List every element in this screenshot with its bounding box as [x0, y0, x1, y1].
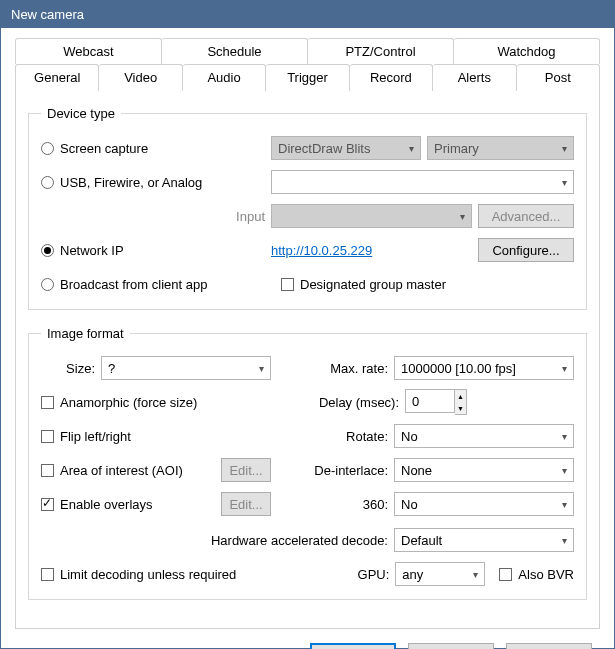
deinterlace-select[interactable]: None▾ — [394, 458, 574, 482]
spin-up-icon[interactable]: ▲ — [455, 390, 466, 402]
360-select[interactable]: No▾ — [394, 492, 574, 516]
chevron-down-icon: ▾ — [562, 431, 567, 442]
max-rate-select[interactable]: 1000000 [10.00 fps]▾ — [394, 356, 574, 380]
chevron-down-icon: ▾ — [562, 535, 567, 546]
usb-device-select[interactable]: ▾ — [271, 170, 574, 194]
tab-general[interactable]: General — [15, 64, 99, 91]
also-bvr-checkbox[interactable]: Also BVR — [499, 567, 574, 582]
radio-screen-capture[interactable]: Screen capture — [41, 141, 271, 156]
checkbox-icon — [41, 396, 54, 409]
device-type-legend: Device type — [41, 106, 121, 121]
hw-decode-select[interactable]: Default▾ — [394, 528, 574, 552]
network-ip-link[interactable]: http://10.0.25.229 — [271, 243, 372, 258]
content-area: Webcast Schedule PTZ/Control Watchdog Ge… — [1, 28, 614, 629]
delay-spinner[interactable]: 0 ▲▼ — [405, 389, 467, 415]
tab-webcast[interactable]: Webcast — [15, 38, 162, 64]
checkbox-icon — [281, 278, 294, 291]
tab-watchdog[interactable]: Watchdog — [454, 38, 600, 64]
overlays-edit-button[interactable]: Edit... — [221, 492, 271, 516]
radio-icon — [41, 278, 54, 291]
titlebar: New camera — [1, 1, 614, 28]
cancel-button[interactable]: Cancel — [408, 643, 494, 649]
screen-capture-monitor-select[interactable]: Primary▾ — [427, 136, 574, 160]
gpu-label: GPU: — [301, 567, 395, 582]
flip-checkbox[interactable]: Flip left/right — [41, 429, 271, 444]
checkbox-icon — [499, 568, 512, 581]
image-format-legend: Image format — [41, 326, 130, 341]
size-label: Size: — [41, 361, 101, 376]
tab-record[interactable]: Record — [350, 64, 433, 91]
dialog-footer: OK Cancel Help — [1, 629, 614, 649]
tab-audio[interactable]: Audio — [183, 64, 266, 91]
radio-icon — [41, 244, 54, 257]
tab-strip: Webcast Schedule PTZ/Control Watchdog Ge… — [15, 38, 600, 91]
rotate-label: Rotate: — [271, 429, 394, 444]
chevron-down-icon: ▾ — [409, 143, 414, 154]
gpu-select[interactable]: any▾ — [395, 562, 485, 586]
chevron-down-icon: ▾ — [562, 465, 567, 476]
radio-broadcast[interactable]: Broadcast from client app — [41, 277, 281, 292]
radio-network-ip[interactable]: Network IP — [41, 243, 271, 258]
tab-video[interactable]: Video — [99, 64, 182, 91]
configure-button[interactable]: Configure... — [478, 238, 574, 262]
overlays-checkbox[interactable]: Enable overlays — [41, 497, 221, 512]
dialog-window: New camera Webcast Schedule PTZ/Control … — [0, 0, 615, 649]
help-button[interactable]: Help — [506, 643, 592, 649]
radio-usb[interactable]: USB, Firewire, or Analog — [41, 175, 271, 190]
size-select[interactable]: ?▾ — [101, 356, 271, 380]
radio-icon — [41, 176, 54, 189]
360-label: 360: — [271, 497, 394, 512]
tabs-row-top: Webcast Schedule PTZ/Control Watchdog — [15, 38, 600, 64]
input-select[interactable]: ▾ — [271, 204, 472, 228]
chevron-down-icon: ▾ — [259, 363, 264, 374]
window-title: New camera — [11, 7, 84, 22]
screen-capture-method-select[interactable]: DirectDraw Blits▾ — [271, 136, 421, 160]
rotate-select[interactable]: No▾ — [394, 424, 574, 448]
chevron-down-icon: ▾ — [473, 569, 478, 580]
image-format-group: Image format Size: ?▾ Max. rate: 1000000… — [28, 326, 587, 600]
tabs-row-bottom: General Video Audio Trigger Record Alert… — [15, 64, 600, 91]
tab-schedule[interactable]: Schedule — [162, 38, 308, 64]
max-rate-label: Max. rate: — [271, 361, 394, 376]
tab-ptz-control[interactable]: PTZ/Control — [308, 38, 454, 64]
chevron-down-icon: ▾ — [460, 211, 465, 222]
tab-alerts[interactable]: Alerts — [433, 64, 516, 91]
checkbox-icon — [41, 464, 54, 477]
tab-post[interactable]: Post — [517, 64, 600, 91]
input-label: Input — [41, 209, 271, 224]
designated-master-checkbox[interactable]: Designated group master — [281, 277, 446, 292]
hw-decode-label: Hardware accelerated decode: — [41, 533, 394, 548]
chevron-down-icon: ▾ — [562, 143, 567, 154]
chevron-down-icon: ▾ — [562, 177, 567, 188]
radio-icon — [41, 142, 54, 155]
limit-decoding-checkbox[interactable]: Limit decoding unless required — [41, 567, 301, 582]
deinterlace-label: De-interlace: — [271, 463, 394, 478]
advanced-button[interactable]: Advanced... — [478, 204, 574, 228]
tab-body-video: Device type Screen capture DirectDraw Bl… — [15, 90, 600, 629]
checkbox-icon — [41, 430, 54, 443]
chevron-down-icon: ▾ — [562, 499, 567, 510]
chevron-down-icon: ▾ — [562, 363, 567, 374]
aoi-edit-button[interactable]: Edit... — [221, 458, 271, 482]
checkbox-icon — [41, 568, 54, 581]
checkbox-icon — [41, 498, 54, 511]
aoi-checkbox[interactable]: Area of interest (AOI) — [41, 463, 221, 478]
tab-trigger[interactable]: Trigger — [266, 64, 349, 91]
anamorphic-checkbox[interactable]: Anamorphic (force size) — [41, 395, 271, 410]
device-type-group: Device type Screen capture DirectDraw Bl… — [28, 106, 587, 310]
spin-down-icon[interactable]: ▼ — [455, 402, 466, 414]
delay-label: Delay (msec): — [271, 395, 405, 410]
ok-button[interactable]: OK — [310, 643, 396, 649]
